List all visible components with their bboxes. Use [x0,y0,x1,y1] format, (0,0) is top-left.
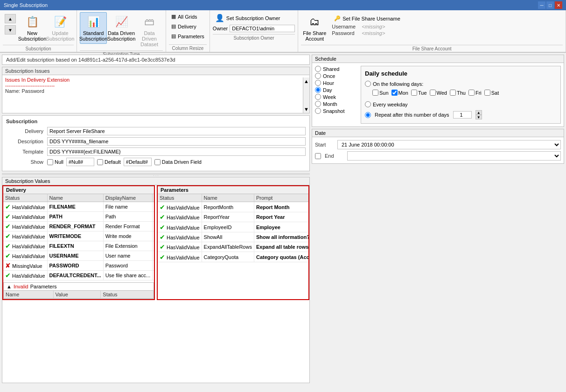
delivery-resize-button[interactable]: ▤ Delivery [169,22,207,31]
parameter-table-row[interactable]: ✔ HasValidValue ShowAll Show all informa… [158,232,308,242]
row-name: PATH [47,212,103,222]
nav-down-button[interactable]: ▼ [5,25,16,35]
schedule-radio-once[interactable] [315,73,321,79]
null-checkbox-label[interactable]: Null [47,159,63,165]
parameters-table-scroll[interactable]: Status Name Prompt Type Default Null Val… [158,194,308,299]
param-col-name: Name [202,194,254,202]
default-checkbox[interactable] [97,159,103,165]
parameter-table-row[interactable]: ✔ HasValidValue ReportMonth Report Month… [158,202,308,212]
close-button[interactable]: ✕ [555,1,562,9]
collapse-icon[interactable]: ▲ [7,284,12,289]
parameters-panel: Parameters Status Name Prompt Type Defau… [157,185,309,300]
owner-field: Owner [213,25,295,32]
new-subscription-button[interactable]: 📋 NewSubscription [19,12,46,44]
data-driven-subscription-button[interactable]: 📈 Data DrivenSubscription [108,12,135,44]
row-status: ✘ MissingValue [3,261,47,271]
data-driven-subscription-icon: 📈 [114,14,129,29]
standard-subscription-button[interactable]: 📊 StandardSubscription [80,12,107,44]
schedule-radio-snapshot[interactable] [315,108,321,114]
default-checkbox-label[interactable]: Default [97,159,121,165]
date-panel: Date Start 21 June 2018 00:00:00 End [312,129,564,164]
person-icon: 👤 [215,14,224,22]
end-date-select[interactable] [347,151,561,161]
parameter-table-row[interactable]: ✔ HasValidValue CategoryQuota Category q… [158,252,308,262]
title-bar: Single Subscription ─ □ ✕ [0,0,566,10]
delivery-table-row[interactable]: ✘ MissingValue PASSWORD Password [3,261,154,271]
password-value: <missing> [362,30,385,36]
set-file-share-button[interactable]: 🔑 Set File Share Username [332,14,560,23]
file-share-label: File ShareAccount [303,30,326,42]
owner-input[interactable] [230,25,295,32]
issues-content: Issues In Delivery Extension -----------… [2,75,309,111]
param-prompt: Category quotas (Accessories, Bikes, Clo… [254,252,308,262]
row-status: ✔ HasValidValue [3,241,47,251]
scroll-indicator[interactable]: ▲ ▼ [303,77,309,113]
delivery-table-row[interactable]: ✔ HasValidValue FILENAME File name a_fil… [3,202,154,212]
delivery-table-scroll[interactable]: Status Name DisplayName Value ✔ HasValid… [3,194,154,280]
subscription-values-title: Subscription Values [2,177,309,185]
on-following-days-radio[interactable] [365,81,371,87]
null-placeholder-input[interactable] [66,158,94,166]
day-fri: Fri [468,90,482,96]
day-tue: Tue [411,90,427,96]
minimize-button[interactable]: ─ [538,1,545,9]
day-sat-checkbox[interactable] [484,90,490,96]
schedule-radio-shared[interactable] [315,66,321,72]
data-driven-dataset-button[interactable]: 🗃 Data DrivenDataset [136,12,163,49]
every-weekday-radio[interactable] [365,101,371,107]
delivery-select[interactable]: Report Server FileShare [47,127,306,135]
parameter-table-row[interactable]: ✔ HasValidValue EmployeeID Employee Inte… [158,222,308,232]
row-display: File Extension [103,241,153,251]
spin-up-button[interactable]: ▲ [475,110,482,115]
row-display: Use file share acc... [103,271,153,280]
invalid-params-header: Name Value Status [4,291,154,299]
parameter-table-row[interactable]: ✔ HasValidValue ExpandAllTableRows Expan… [158,242,308,252]
nav-up-button[interactable]: ▲ [5,14,16,23]
start-date-select[interactable]: 21 June 2018 00:00:00 [337,140,561,149]
all-grids-button[interactable]: ▦ All Grids [169,12,207,21]
parameter-table-row[interactable]: ✔ HasValidValue ReportYear Report Year I… [158,212,308,222]
parameters-title: Parameters [158,186,308,194]
delivery-table-row[interactable]: ✔ HasValidValue DEFAULTCREDENT... Use fi… [3,271,154,280]
delivery-section: Delivery Status Name DisplayName Value [2,185,155,300]
delivery-table-row[interactable]: ✔ HasValidValue FILEEXTN File Extension … [3,241,154,251]
day-thu-checkbox[interactable] [450,90,456,96]
day-mon-checkbox[interactable] [391,90,398,96]
delivery-table-row[interactable]: ✔ HasValidValue WRITEMODE Write mode Ove… [3,231,154,241]
spin-down-button[interactable]: ▼ [475,115,482,119]
schedule-label-shared: Shared [323,66,339,72]
delivery-table-row[interactable]: ✔ HasValidValue RENDER_FORMAT Render For… [3,222,154,231]
row-name: PASSWORD [47,261,103,271]
day-wed-checkbox[interactable] [430,90,436,96]
update-subscription-button[interactable]: 📝 UpdateSubscription [47,12,74,44]
null-checkbox[interactable] [47,159,53,165]
daily-schedule-panel: Daily schedule On the following days: Su… [361,66,561,124]
default-placeholder-input[interactable] [124,158,152,166]
template-input[interactable] [47,147,306,156]
repeat-days-radio[interactable] [365,112,371,118]
schedule-radio-day[interactable] [315,87,321,93]
file-share-account-button[interactable]: 🗂 File ShareAccount [301,12,328,44]
day-fri-checkbox[interactable] [468,90,475,96]
row-name: FILEEXTN [47,241,103,251]
parameters-resize-button[interactable]: ▤ Parameters [169,32,207,41]
maximize-button[interactable]: □ [546,1,554,9]
password-row: Password <missing> [332,30,560,36]
delivery-table-row[interactable]: ✔ HasValidValue PATH Path \\defacto1\s [3,212,154,222]
set-owner-button[interactable]: 👤 Set Subscription Owner [213,12,295,24]
end-date-checkbox[interactable] [315,153,321,159]
repeat-days-input[interactable] [453,111,472,119]
schedule-radio-hour[interactable] [315,80,321,86]
day-tue-checkbox[interactable] [411,90,417,96]
day-sun-checkbox[interactable] [372,90,378,96]
update-subscription-icon: 📝 [53,14,68,29]
schedule-radio-week[interactable] [315,94,321,100]
data-driven-field-checkbox[interactable] [154,159,161,165]
delivery-table-row[interactable]: ✔ HasValidValue USERNAME User name defac… [3,251,154,261]
day-sat: Sat [484,90,499,96]
data-driven-field-label[interactable]: Data Driven Field [154,159,202,165]
delivery-col-value: Value [153,194,154,202]
description-input[interactable] [47,137,306,146]
schedule-radio-month[interactable] [315,101,321,107]
separator-1[interactable]: · · · [2,173,310,175]
